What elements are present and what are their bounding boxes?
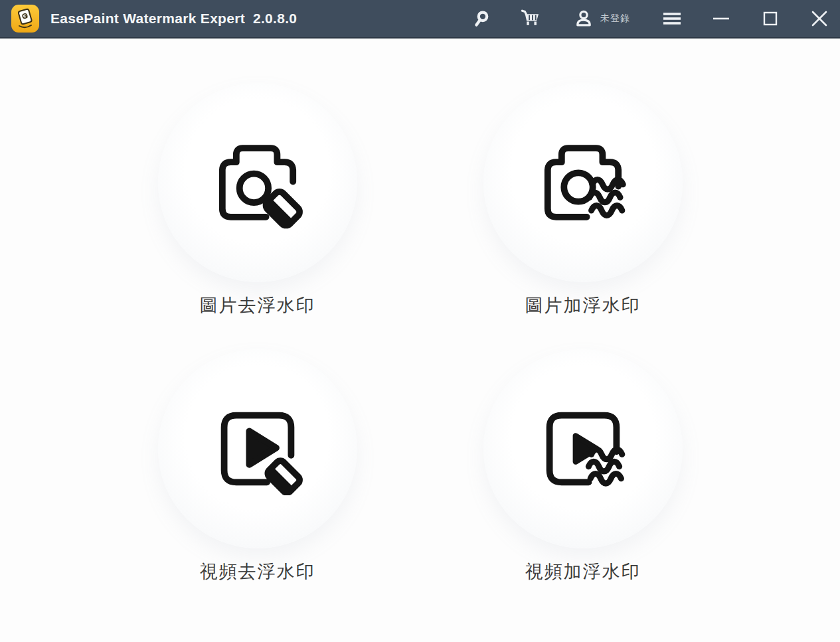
title-bar: EasePaint Watermark Expert2.0.8.0 [0, 0, 840, 39]
titlebar-actions: 未登錄 [470, 5, 831, 32]
image-add-watermark-button[interactable] [483, 83, 683, 282]
tile-label: 視頻去浮水印 [200, 560, 315, 584]
app-window: EasePaint Watermark Expert2.0.8.0 [0, 0, 840, 642]
tool-grid: 圖片去浮水印 圖片加浮水印 [0, 39, 840, 584]
minimize-icon[interactable] [710, 5, 732, 32]
video-waves-icon [533, 402, 633, 495]
user-icon[interactable] [572, 5, 595, 32]
image-remove-watermark-button[interactable] [158, 83, 357, 282]
tile-label: 視頻加浮水印 [525, 560, 641, 584]
tile-image-add-watermark: 圖片加浮水印 [483, 83, 683, 317]
menu-icon[interactable] [661, 5, 683, 32]
video-remove-watermark-button[interactable] [158, 349, 357, 548]
search-icon[interactable] [470, 5, 493, 32]
video-add-watermark-button[interactable] [483, 349, 683, 548]
tile-image-remove-watermark: 圖片去浮水印 [158, 83, 357, 317]
camera-eraser-icon [208, 136, 307, 229]
maximize-icon[interactable] [759, 5, 782, 32]
tile-label: 圖片去浮水印 [200, 293, 315, 317]
tile-video-remove-watermark: 視頻去浮水印 [158, 349, 357, 584]
app-title: EasePaint Watermark Expert2.0.8.0 [50, 11, 297, 27]
cart-icon[interactable] [519, 5, 542, 32]
app-version: 2.0.8.0 [253, 11, 297, 26]
main-content: 圖片去浮水印 圖片加浮水印 [0, 39, 840, 642]
close-icon[interactable] [808, 5, 831, 32]
video-eraser-icon [208, 402, 307, 495]
tile-label: 圖片加浮水印 [525, 293, 641, 317]
app-title-text: EasePaint Watermark Expert [50, 11, 245, 26]
tile-video-add-watermark: 視頻加浮水印 [483, 349, 683, 584]
app-logo-icon [11, 4, 40, 33]
login-status[interactable]: 未登錄 [600, 13, 630, 25]
camera-waves-icon [533, 136, 633, 229]
